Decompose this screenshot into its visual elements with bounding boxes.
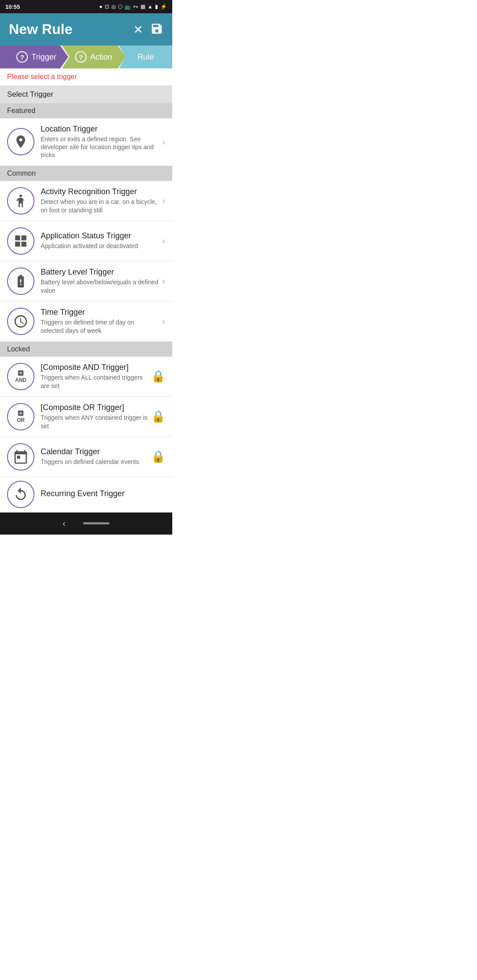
section-title: Select Trigger — [0, 86, 172, 103]
save-button[interactable] — [150, 22, 163, 37]
recurring-trigger-icon — [7, 481, 34, 508]
location-trigger-desc: Enters or exits a defined region. See de… — [41, 135, 159, 159]
location-trigger-name: Location Trigger — [41, 124, 159, 134]
and-trigger-item[interactable]: AND [Composite AND Trigger] Triggers whe… — [0, 357, 172, 397]
location-trigger-icon — [7, 128, 34, 155]
activity-trigger-name: Activity Recognition Trigger — [41, 187, 159, 196]
action-tab-icon: ? — [75, 51, 87, 63]
save-icon — [150, 22, 163, 35]
activity-trigger-icon — [7, 187, 34, 215]
close-button[interactable]: ✕ — [133, 24, 143, 35]
or-trigger-name: [Composite OR Trigger] — [41, 403, 148, 412]
and-trigger-name: [Composite AND Trigger] — [41, 363, 148, 372]
alert-message: Please select a trigger — [0, 68, 172, 86]
recurring-trigger-item[interactable]: Recurring Event Trigger — [0, 477, 172, 513]
section-featured-header: Featured — [0, 103, 172, 118]
tab-bar: ? Trigger ? Action Rule — [0, 45, 172, 68]
location-trigger-chevron: › — [162, 137, 165, 147]
tab-rule[interactable]: Rule — [119, 45, 172, 68]
trigger-tab-label: Trigger — [31, 53, 56, 62]
page-title: New Rule — [9, 21, 72, 38]
status-bar: 10:55 ● ⊡ ◎ ⬡ 📺 🗝 ▦ ▲ ▮ ⚡ — [0, 0, 172, 13]
svg-point-0 — [19, 194, 22, 197]
trigger-tab-icon: ? — [16, 51, 28, 63]
calendar-trigger-item[interactable]: Calendar Trigger Triggers on defined cal… — [0, 437, 172, 477]
appstatus-trigger-desc: Application activated or deactivated — [41, 242, 159, 250]
activity-trigger-item[interactable]: Activity Recognition Trigger Detect when… — [0, 181, 172, 221]
or-trigger-icon: OR — [7, 403, 34, 430]
or-trigger-desc: Triggers when ANY contained trigger is s… — [41, 414, 148, 430]
activity-trigger-desc: Detect when you are in a car, on a bicyc… — [41, 198, 159, 214]
tab-trigger[interactable]: ? Trigger — [0, 45, 68, 68]
battery-trigger-name: Battery Level Trigger — [41, 268, 159, 277]
time-trigger-name: Time Trigger — [41, 308, 159, 317]
appstatus-trigger-icon — [7, 227, 34, 255]
and-trigger-icon: AND — [7, 363, 34, 390]
appstatus-trigger-chevron: › — [162, 236, 165, 246]
battery-trigger-desc: Battery level above/below/equals a defin… — [41, 278, 159, 294]
or-trigger-item[interactable]: OR [Composite OR Trigger] Triggers when … — [0, 397, 172, 437]
and-trigger-desc: Triggers when ALL contained triggers are… — [41, 373, 148, 389]
appstatus-trigger-name: Application Status Trigger — [41, 231, 159, 241]
section-locked-header: Locked — [0, 342, 172, 357]
battery-trigger-icon — [7, 268, 34, 295]
back-button[interactable]: ‹ — [63, 518, 66, 528]
bottom-pill — [83, 522, 110, 524]
time-trigger-desc: Triggers on defined time of day on selec… — [41, 318, 159, 334]
bottom-navigation: ‹ — [0, 513, 172, 535]
or-trigger-lock-icon: 🔒 — [151, 410, 165, 423]
location-trigger-item[interactable]: Location Trigger Enters or exits a defin… — [0, 118, 172, 166]
header: New Rule ✕ — [0, 13, 172, 45]
recurring-trigger-name: Recurring Event Trigger — [41, 489, 165, 498]
activity-trigger-chevron: › — [162, 196, 165, 206]
battery-trigger-chevron: › — [162, 276, 165, 286]
calendar-trigger-lock-icon: 🔒 — [151, 450, 165, 464]
battery-trigger-item[interactable]: Battery Level Trigger Battery level abov… — [0, 261, 172, 302]
calendar-trigger-icon — [7, 443, 34, 471]
calendar-trigger-name: Calendar Trigger — [41, 447, 148, 456]
calendar-trigger-desc: Triggers on defined calendar events — [41, 458, 148, 466]
appstatus-trigger-item[interactable]: Application Status Trigger Application a… — [0, 221, 172, 261]
status-time: 10:55 — [5, 4, 20, 10]
tab-action[interactable]: ? Action — [62, 45, 126, 68]
section-common-header: Common — [0, 166, 172, 181]
header-actions: ✕ — [133, 22, 163, 37]
rule-tab-label: Rule — [137, 53, 154, 62]
time-trigger-chevron: › — [162, 316, 165, 326]
status-icons: ● ⊡ ◎ ⬡ 📺 🗝 ▦ ▲ ▮ ⚡ — [99, 4, 167, 10]
action-tab-label: Action — [90, 53, 112, 62]
time-trigger-icon — [7, 308, 34, 335]
time-trigger-item[interactable]: Time Trigger Triggers on defined time of… — [0, 302, 172, 342]
and-trigger-lock-icon: 🔒 — [151, 369, 165, 383]
